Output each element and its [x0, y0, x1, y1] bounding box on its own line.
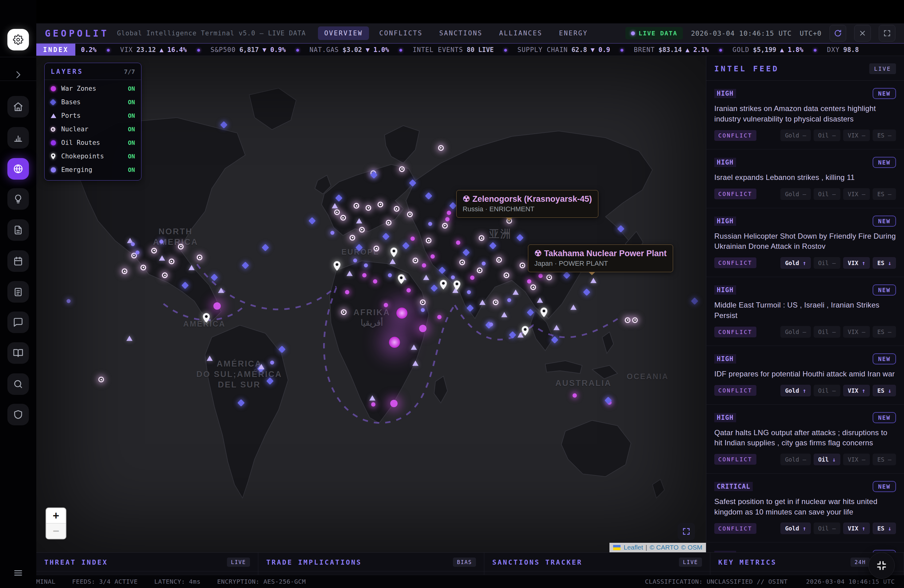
market-chip-gold[interactable]: Gold ↑	[781, 257, 811, 269]
sidebar-item-menu[interactable]	[7, 562, 29, 584]
sidebar-item-chat[interactable]	[7, 311, 29, 333]
zoom-out-button[interactable]: −	[46, 523, 66, 539]
nuclear-site-marker[interactable]	[340, 215, 346, 221]
market-chip-gold[interactable]: Gold –	[781, 188, 811, 200]
sidebar-item-search[interactable]	[7, 373, 29, 395]
market-chip-gold[interactable]: Gold ↑	[781, 523, 811, 534]
nuclear-site-marker[interactable]	[178, 243, 184, 250]
emerging-marker[interactable]	[353, 258, 357, 262]
war-zone-marker[interactable]	[445, 217, 450, 221]
emerging-marker[interactable]	[330, 231, 334, 235]
map-fullscreen-button[interactable]	[678, 523, 695, 540]
nuclear-site-marker[interactable]	[412, 258, 418, 263]
market-chip-vix[interactable]: VIX ↑	[843, 257, 870, 269]
feed-headline[interactable]: Russian Helicopter Shot Down by Friendly…	[714, 231, 896, 251]
sidebar-item-analytics[interactable]	[7, 127, 29, 149]
market-chip-es[interactable]: ES –	[872, 454, 896, 465]
nuclear-site-marker[interactable]	[547, 274, 552, 280]
port-marker[interactable]	[423, 275, 429, 280]
intel-feed-item[interactable]: HIGHNEWRussian Helicopter Shot Down by F…	[706, 208, 904, 277]
nuclear-site-marker[interactable]	[394, 206, 400, 212]
port-marker[interactable]	[258, 364, 264, 369]
chokepoint-marker[interactable]	[202, 313, 210, 323]
feed-headline[interactable]: Israel expands Lebanon strikes , killing…	[714, 172, 896, 183]
feed-headline[interactable]: Middle East Turmoil : US , Israeli , Ira…	[714, 300, 896, 321]
port-marker[interactable]	[553, 325, 559, 330]
market-chip-es[interactable]: ES ↓	[872, 257, 896, 269]
nuclear-site-marker[interactable]	[341, 309, 346, 315]
carto-link[interactable]: © CARTO	[650, 544, 679, 551]
sidebar-item-security[interactable]	[7, 404, 29, 425]
port-marker[interactable]	[346, 270, 353, 276]
intel-feed-item[interactable]: HIGHNEWPMQs - Starmer to face MPs after …	[706, 542, 904, 552]
war-zone-marker[interactable]	[430, 254, 435, 259]
market-chip-es[interactable]: ES –	[872, 326, 896, 338]
port-marker[interactable]	[356, 218, 362, 223]
intel-feed-item[interactable]: HIGHNEWIranian strikes on Amazon data ce…	[706, 81, 904, 149]
war-zone-marker[interactable]	[572, 394, 577, 398]
port-marker[interactable]	[501, 312, 507, 317]
nuclear-site-marker[interactable]	[169, 259, 174, 264]
layer-toggle-nuclear[interactable]: NuclearON	[44, 122, 141, 136]
port-marker[interactable]	[512, 290, 519, 295]
market-chip-oil[interactable]: Oil –	[814, 130, 840, 141]
sidebar-item-home[interactable]	[7, 96, 29, 117]
market-chip-vix[interactable]: VIX –	[843, 130, 870, 141]
war-zone-marker[interactable]	[371, 402, 375, 406]
intel-feed-item[interactable]: HIGHNEWMiddle East Turmoil : US , Israel…	[706, 277, 904, 346]
war-zone-marker[interactable]	[470, 275, 474, 280]
nuclear-site-marker[interactable]	[378, 201, 383, 207]
market-chip-es[interactable]: ES –	[872, 188, 896, 200]
nuclear-site-marker[interactable]	[530, 285, 536, 290]
war-zone-marker[interactable]	[527, 279, 531, 283]
market-chip-oil[interactable]: Oil –	[814, 385, 840, 397]
market-chip-gold[interactable]: Gold –	[781, 130, 811, 141]
nuclear-site-marker[interactable]	[354, 203, 359, 209]
nuclear-site-marker[interactable]	[374, 246, 379, 251]
war-zone-marker[interactable]	[538, 274, 543, 278]
leaflet-link[interactable]: Leaflet	[624, 544, 643, 551]
tab-conflicts[interactable]: CONFLICTS	[373, 27, 429, 40]
emerging-marker[interactable]	[451, 275, 455, 279]
nuclear-site-marker[interactable]	[366, 205, 371, 211]
sidebar-item-calendar[interactable]	[7, 250, 29, 272]
market-chip-oil[interactable]: Oil –	[814, 188, 840, 200]
nuclear-site-marker[interactable]	[98, 377, 104, 383]
market-chip-vix[interactable]: VIX –	[843, 326, 870, 338]
nuclear-site-marker[interactable]	[151, 248, 157, 253]
intel-feed-item[interactable]: HIGHNEWIsrael expands Lebanon strikes , …	[706, 149, 904, 208]
intel-feed-item[interactable]: CRITICALNEWSafest position to get in if …	[706, 474, 904, 542]
war-zone-marker[interactable]	[373, 279, 377, 283]
war-zone-marker[interactable]	[345, 290, 349, 294]
war-zone-marker[interactable]	[447, 211, 451, 215]
port-marker[interactable]	[218, 288, 224, 293]
layer-toggle-war-zones[interactable]: War ZonesON	[44, 82, 141, 95]
emerging-marker[interactable]	[428, 222, 432, 226]
tab-energy[interactable]: ENERGY	[553, 27, 594, 40]
layer-toggle-ports[interactable]: PortsON	[44, 109, 141, 122]
port-marker[interactable]	[479, 300, 485, 305]
war-zone-marker[interactable]	[411, 237, 415, 241]
emerging-marker[interactable]	[482, 261, 485, 266]
war-zone-marker[interactable]	[456, 240, 460, 245]
emerging-marker[interactable]	[364, 264, 368, 267]
layer-toggle-emerging[interactable]: EmergingON	[44, 163, 141, 177]
war-zone-marker[interactable]	[422, 263, 426, 267]
tab-alliances[interactable]: ALLIANCES	[493, 27, 548, 40]
emerging-marker[interactable]	[160, 240, 164, 243]
nuclear-site-marker[interactable]	[386, 220, 392, 226]
war-zone-marker[interactable]	[396, 308, 408, 319]
market-chip-oil[interactable]: Oil –	[814, 523, 840, 534]
sidebar-item-library[interactable]	[7, 342, 29, 364]
feed-headline[interactable]: Safest position to get in if nuclear war…	[714, 496, 896, 517]
chokepoint-marker[interactable]	[453, 280, 461, 291]
feed-headline[interactable]: Iranian strikes on Amazon data centers h…	[714, 103, 896, 124]
nuclear-site-marker[interactable]	[479, 235, 485, 241]
chokepoint-marker[interactable]	[439, 280, 447, 290]
war-zone-marker[interactable]	[419, 325, 427, 332]
tab-sanctions[interactable]: SANCTIONS	[433, 27, 488, 40]
sidebar-item-global-map[interactable]	[7, 158, 29, 180]
tab-overview[interactable]: OVERVIEW	[318, 27, 369, 40]
war-zone-marker[interactable]	[406, 288, 411, 292]
zoom-in-button[interactable]: +	[46, 508, 66, 523]
